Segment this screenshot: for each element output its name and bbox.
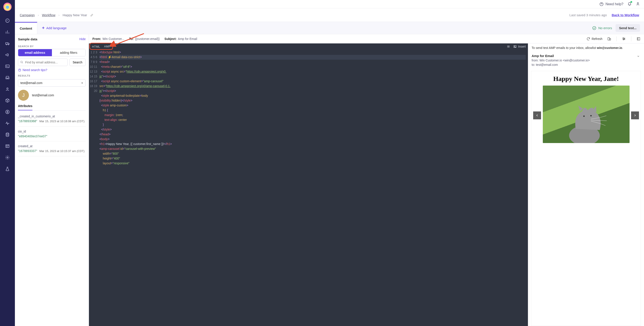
crumb-workflow[interactable]: Workflow	[42, 13, 55, 17]
user-icon	[636, 2, 640, 6]
nav-terminal[interactable]	[3, 62, 12, 71]
results-label: RESULTS	[15, 72, 89, 78]
nav-dashboard[interactable]	[3, 16, 12, 25]
editor-pane: From: Win Customer... To: {{customer.ema…	[89, 34, 644, 326]
insert-button[interactable]: Insert	[513, 45, 526, 48]
notifications-button[interactable]	[627, 2, 632, 7]
truck-icon	[5, 41, 10, 46]
attribute-value: "1678893337"	[18, 149, 37, 153]
preview-heading: Happy New Year, Jane!	[553, 75, 619, 82]
nav-analytics[interactable]	[3, 28, 12, 36]
nav-broadcasts[interactable]	[3, 51, 12, 59]
sliders-icon[interactable]	[622, 37, 626, 41]
result-select[interactable]: test@email.com ▼	[18, 79, 86, 87]
back-to-workflow-link[interactable]: Back to Workflow	[612, 13, 639, 17]
search-by-label: SEARCH BY	[15, 42, 89, 49]
nav-inbox[interactable]	[3, 73, 12, 82]
gauge-icon	[5, 18, 10, 23]
svg-point-13	[593, 26, 596, 30]
panes: Sample data Hide SEARCH BY email address…	[15, 34, 644, 326]
search-input[interactable]	[18, 59, 68, 66]
logo[interactable]	[3, 3, 12, 11]
attribute-value: "e8940400ec07ee07"	[18, 134, 47, 138]
preview-subject: Amp for Email	[532, 54, 640, 58]
no-errors-label: No errors	[598, 26, 612, 30]
nav-labs[interactable]	[3, 165, 12, 173]
search-mode-toggle: email address adding filters	[18, 49, 86, 56]
check-circle-icon	[592, 26, 596, 30]
tab-content[interactable]: Content	[15, 22, 37, 34]
svg-point-12	[637, 3, 638, 4]
add-language-button[interactable]: + Add language	[37, 22, 72, 34]
code-area[interactable]: 1 2 3 4 5 6 7 8 9 10 11 12 13 14 15 16 1…	[89, 50, 528, 326]
subject-field[interactable]: Subject: Amp for Email	[164, 37, 197, 41]
svg-point-14	[20, 61, 22, 63]
svg-rect-17	[610, 38, 611, 40]
nav-segments[interactable]	[3, 107, 12, 116]
sample-data-title: Sample data	[18, 37, 37, 41]
edit-icon[interactable]	[90, 13, 94, 17]
user-icon	[5, 87, 10, 91]
seg-email-address[interactable]: email address	[18, 49, 52, 56]
gear-icon	[5, 155, 10, 160]
profile-row[interactable]: J test@email.com	[15, 87, 89, 103]
to-label: To:	[129, 37, 134, 41]
code-source[interactable]: <!doctype html> <html ⚡4email data-css-s…	[100, 50, 528, 326]
hide-button[interactable]: Hide	[79, 37, 86, 41]
chevron-down-icon[interactable]	[636, 54, 640, 58]
layout-icon	[5, 144, 10, 148]
refresh-icon	[586, 37, 590, 41]
device-preview-icon[interactable]	[607, 37, 611, 41]
nav-objects[interactable]	[3, 96, 12, 105]
chevron-left-icon	[535, 114, 539, 117]
nav-settings[interactable]	[3, 153, 12, 162]
carousel-prev-button[interactable]	[533, 111, 541, 119]
sample-data-pane: Sample data Hide SEARCH BY email address…	[15, 34, 89, 326]
editor-tab-amp[interactable]: AMP	[102, 44, 112, 50]
preview-pane: To send test AMP emails to your inbox, a…	[528, 43, 644, 326]
insert-label: Insert	[518, 45, 526, 48]
crumb-current: Happy New Year	[63, 13, 87, 17]
to-value: {{customer.email}}	[135, 37, 160, 41]
nav-people[interactable]	[3, 85, 12, 93]
from-value: Win Customer...	[102, 37, 124, 41]
nav-data[interactable]	[3, 130, 12, 139]
crumb-campaign[interactable]: Campaign	[20, 13, 34, 17]
notice-email: win@customer.io	[597, 46, 622, 50]
from-field[interactable]: From: Win Customer...	[92, 37, 124, 41]
svg-point-0	[6, 19, 10, 23]
code-editor[interactable]: HTML AMP Insert 1 2 3 4 5 6 7 8 9	[89, 43, 528, 326]
nav-delivery[interactable]	[3, 39, 12, 48]
add-language-label: Add language	[46, 26, 66, 30]
search-tips-link[interactable]: Need search tips?	[15, 67, 89, 72]
preview-from: from: Win Customer.io <win@customer.io>	[532, 59, 640, 62]
svg-point-25	[583, 116, 585, 117]
help-link[interactable]: Need help?	[599, 2, 624, 6]
menu-icon[interactable]	[507, 45, 510, 48]
notice-text: To send test AMP emails to your inbox, a…	[532, 46, 597, 50]
last-saved: Last saved 3 minutes ago	[569, 13, 607, 17]
account-button[interactable]	[636, 2, 640, 7]
database-icon	[5, 132, 10, 137]
send-test-button[interactable]: Send test...	[616, 24, 640, 32]
attributes-tab[interactable]: Attributes	[18, 104, 32, 111]
main: Need help? Campaign › Workflow › Happy N…	[15, 0, 644, 326]
image-icon	[513, 45, 517, 48]
search-button[interactable]: Search	[70, 59, 86, 66]
caret-down-icon: ▼	[81, 82, 83, 84]
nav-templates[interactable]	[3, 142, 12, 150]
svg-point-5	[7, 88, 8, 89]
carousel-next-button[interactable]	[631, 111, 639, 119]
to-field[interactable]: To: {{customer.email}}	[129, 37, 160, 41]
inbox-icon	[5, 75, 10, 80]
nav-activity[interactable]	[3, 119, 12, 128]
refresh-button[interactable]: Refresh	[586, 37, 602, 41]
editor-tab-html[interactable]: HTML	[90, 44, 102, 49]
expand-icon[interactable]	[636, 37, 640, 41]
svg-point-2	[6, 44, 7, 45]
seg-adding-filters[interactable]: adding filters	[52, 49, 86, 56]
target-user-icon	[5, 109, 10, 114]
preview-header[interactable]: Amp for Email from: Win Customer.io <win…	[528, 52, 644, 70]
no-errors-indicator: No errors	[592, 26, 612, 30]
svg-rect-1	[6, 43, 8, 44]
